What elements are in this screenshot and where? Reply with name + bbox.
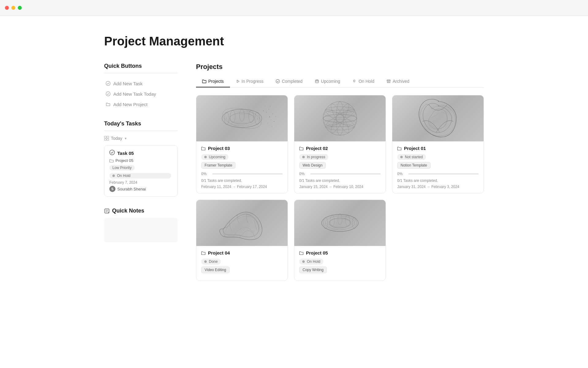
minimize-button[interactable] [11, 6, 15, 10]
svg-point-58 [329, 218, 351, 228]
tab-upcoming-label: Upcoming [321, 79, 340, 84]
project-01-category-badge: Notion Template [397, 162, 431, 169]
svg-point-18 [224, 112, 229, 125]
content-layout: Quick Buttons Add New Task [104, 63, 484, 281]
project-03-progress: 0% [201, 172, 283, 176]
project-02-tasks: 0/1 Tasks are completed. [299, 178, 381, 183]
svg-marker-8 [237, 80, 239, 82]
project-card-04: Project 04 Done Video Editing [196, 200, 288, 281]
svg-rect-4 [104, 139, 106, 140]
today-filter[interactable]: Today ▼ [104, 136, 178, 141]
project-04-image [196, 200, 288, 246]
quick-notes-section: Quick Notes [104, 208, 178, 242]
tab-in-progress-label: In Progress [242, 79, 264, 84]
svg-rect-3 [107, 136, 109, 138]
project-card-05: Project 05 On Hold Copy Writing [294, 200, 386, 281]
svg-point-1 [106, 92, 110, 96]
status-tag: On Hold [109, 173, 171, 178]
task-complete-icon [109, 150, 115, 156]
project-05-status: On Hold [299, 259, 381, 266]
project-02-body: Project 02 In progress Web Design [294, 141, 386, 193]
project-04-category: Video Editing [201, 266, 283, 276]
add-new-project-button[interactable]: Add New Project [104, 99, 178, 109]
add-new-task-today-button[interactable]: Add New Task Today [104, 89, 178, 99]
add-new-task-button[interactable]: Add New Task [104, 78, 178, 89]
quick-notes-title: Quick Notes [112, 208, 144, 214]
project-03-title: Project 03 [201, 146, 283, 151]
project-04-body: Project 04 Done Video Editing [196, 246, 288, 281]
quick-buttons-title: Quick Buttons [104, 63, 178, 69]
project-05-status-badge: On Hold [299, 259, 323, 265]
project-01-dot [400, 156, 403, 158]
project-01-pct: 0% [397, 172, 406, 176]
tab-on-hold[interactable]: On Hold [346, 76, 380, 87]
todays-tasks-divider [104, 131, 178, 131]
project-02-name: Project 02 [306, 146, 328, 151]
svg-point-62 [323, 217, 328, 228]
svg-point-29 [269, 109, 269, 109]
svg-point-37 [324, 110, 356, 117]
svg-point-23 [266, 112, 267, 113]
notes-area[interactable] [104, 218, 178, 242]
project-05-body: Project 05 On Hold Copy Writing [294, 246, 386, 281]
svg-point-28 [274, 121, 274, 122]
task-title: Task 05 [117, 151, 134, 156]
project-03-name: Project 03 [208, 146, 230, 151]
svg-point-39 [324, 119, 356, 127]
project-03-dot [204, 156, 207, 158]
project-03-category: Framer Template [201, 162, 283, 172]
project-01-tasks: 0/1 Tasks are completed. [397, 178, 479, 183]
project-01-dates: January 31, 2024 → February 3, 2024 [397, 185, 479, 189]
svg-point-31 [270, 106, 270, 106]
sidebar: Quick Buttons Add New Task [104, 63, 178, 242]
check-circle-icon [105, 81, 111, 86]
page-title: Project Management [104, 34, 484, 48]
task-tags: Low Priority [109, 165, 172, 172]
maximize-button[interactable] [18, 6, 22, 10]
svg-rect-2 [104, 136, 106, 138]
add-new-task-label: Add New Task [113, 81, 143, 86]
close-button[interactable] [5, 6, 9, 10]
svg-point-17 [225, 114, 259, 128]
project-05-dot [302, 260, 305, 263]
svg-point-26 [271, 120, 271, 120]
project-02-dot [302, 156, 305, 158]
svg-point-66 [352, 217, 356, 228]
project-02-status-badge: In progress [299, 154, 328, 160]
quick-notes-header: Quick Notes [104, 208, 178, 214]
project-04-category-badge: Video Editing [201, 266, 230, 273]
svg-point-25 [268, 123, 268, 123]
tab-completed[interactable]: Completed [270, 76, 309, 87]
project-card-03: Project 03 Upcoming Framer Template [196, 95, 288, 194]
svg-point-22 [255, 112, 260, 125]
svg-rect-5 [107, 139, 109, 140]
svg-point-9 [276, 79, 280, 83]
svg-point-30 [265, 106, 265, 106]
project-02-title: Project 02 [299, 146, 381, 151]
project-01-status-badge: Not started [397, 154, 426, 160]
tab-archived[interactable]: Archived [380, 76, 415, 87]
svg-point-27 [272, 113, 273, 114]
tab-in-progress[interactable]: In Progress [230, 76, 270, 87]
project-03-status-badge: Upcoming [201, 154, 228, 160]
project-05-category: Copy Writing [299, 266, 381, 276]
svg-point-14 [230, 113, 254, 124]
project-01-image [392, 95, 484, 141]
project-04-name: Project 04 [208, 250, 230, 255]
projects-grid: Project 03 Upcoming Framer Template [196, 95, 484, 281]
add-new-task-today-label: Add New Task Today [113, 91, 156, 97]
svg-point-21 [249, 110, 254, 123]
project-02-status: In progress [299, 154, 381, 162]
tab-upcoming[interactable]: Upcoming [309, 76, 346, 87]
task-card: Task 05 Project 05 Low Priority [104, 145, 178, 197]
tab-projects[interactable]: Projects [196, 76, 230, 87]
tab-on-hold-label: On Hold [359, 79, 374, 84]
project-01-body: Project 01 Not started Notion Template [392, 141, 484, 193]
project-03-tasks: 0/1 Tasks are completed. [201, 178, 283, 183]
user-avatar: S [109, 186, 115, 192]
project-02-progress: 0% [299, 172, 381, 176]
svg-point-59 [325, 216, 355, 230]
svg-point-24 [269, 117, 270, 117]
task-project-name: Project 05 [115, 158, 134, 163]
project-01-name: Project 01 [404, 146, 426, 151]
